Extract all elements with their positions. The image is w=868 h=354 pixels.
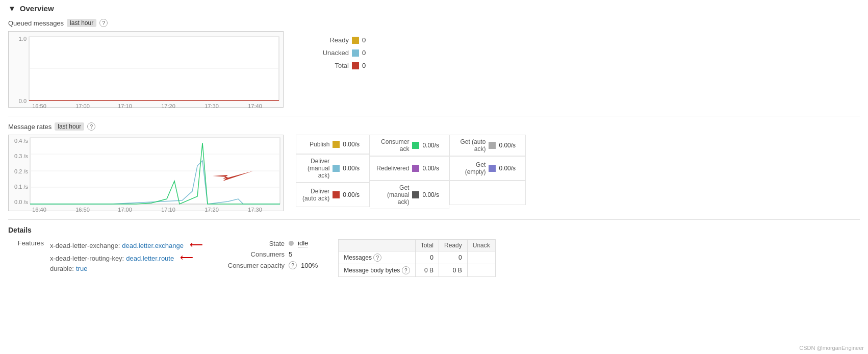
rate-get-auto-label: Get (autoack) <box>460 138 486 153</box>
messages-help[interactable]: ? <box>373 254 381 262</box>
rate-redelivered: Redelivered 0.00/s <box>370 156 449 181</box>
rates-chart-svg: 0.4 /s 0.3 /s 0.2 /s 0.1 /s 0.0 /s <box>9 135 284 212</box>
legend-ready-label: Ready <box>313 36 349 44</box>
legend-unacked-color <box>352 49 359 57</box>
queued-legend: Ready 0 Unacked 0 Total 0 <box>296 36 377 69</box>
ry-0: 0.4 /s <box>14 138 28 144</box>
ry-3: 0.1 /s <box>14 184 28 190</box>
rate-get-auto-value: 0.00/s <box>499 142 519 149</box>
msg-label: Messages ? <box>339 251 415 264</box>
rates-col-3: Get (autoack) 0.00/s Get(empty) 0.00/s <box>449 135 526 209</box>
rate-deliver-auto-label: Deliver(auto ack) <box>302 188 329 202</box>
rx-tick-2: 17:00 <box>118 207 132 212</box>
msg-total: 0 <box>415 251 439 264</box>
rate-consumer-ack-color <box>412 142 419 149</box>
rate-get-manual: Get(manualack) 0.00/s <box>370 181 449 209</box>
rate-consumer-ack-value: 0.00/s <box>422 142 443 149</box>
rates-label-row: Message rates last hour ? <box>8 122 860 131</box>
rate-get-empty-value: 0.00/s <box>499 165 519 172</box>
dlx-key: x-dead-letter-exchange: <box>50 242 120 249</box>
rate-get-manual-color <box>412 191 419 198</box>
rate-get-auto: Get (autoack) 0.00/s <box>449 135 526 156</box>
rates-time-range[interactable]: last hour <box>55 122 84 131</box>
rate-publish-value: 0.00/s <box>343 141 363 148</box>
rate-consumer-ack-label: Consumerack <box>381 138 409 153</box>
table-row-body-bytes: Message body bytes ? 0 B 0 B <box>339 264 495 277</box>
consumers-value: 5 <box>289 250 292 258</box>
details-section: Details Features x-dead-letter-exchange:… <box>8 226 860 277</box>
x-tick-1: 17:00 <box>75 103 90 108</box>
legend-unacked-label: Unacked <box>313 49 349 57</box>
rate-publish-color <box>333 141 340 148</box>
consumers-label: Consumers <box>223 250 285 258</box>
table-row-messages: Messages ? 0 0 <box>339 251 495 264</box>
queued-messages-label: Queued messages last hour ? <box>8 19 860 27</box>
durable-val: true <box>76 265 87 272</box>
arrow-dlrk: ⟵ <box>180 252 193 263</box>
rate-get-empty: Get(empty) 0.00/s <box>449 156 526 181</box>
legend-ready-color <box>352 37 359 44</box>
collapse-arrow-icon: ▼ <box>8 4 16 13</box>
rx-tick-4: 17:20 <box>205 207 219 212</box>
body-unack <box>467 264 495 277</box>
ry-2: 0.2 /s <box>14 168 28 174</box>
x-tick-3: 17:20 <box>161 103 175 108</box>
queued-chart-svg: 1.0 0.0 16:50 17:00 17:10 17:20 17:30 17… <box>9 32 284 108</box>
queued-help-icon[interactable]: ? <box>99 19 108 27</box>
dlrk-key: x-dead-letter-routing-key: <box>50 255 124 262</box>
durable-key: durable: <box>50 265 74 272</box>
rx-tick-5: 17:30 <box>248 207 262 212</box>
legend-ready-value: 0 <box>362 36 377 44</box>
legend-total: Total 0 <box>296 62 377 69</box>
state-value: idle <box>298 239 308 247</box>
msg-ready: 0 <box>439 251 468 264</box>
rate-deliver-auto: Deliver(auto ack) 0.00/s <box>296 183 370 207</box>
body-ready: 0 B <box>439 264 468 277</box>
rates-legend: Publish 0.00/s Deliver(manualack) 0.00/s… <box>296 135 526 209</box>
rate-get-manual-value: 0.00/s <box>422 191 443 198</box>
rates-label-text: Message rates <box>8 123 52 131</box>
dlrk-val: dead.letter.route <box>126 255 174 262</box>
details-title: Details <box>8 226 860 234</box>
state-dot <box>289 241 294 246</box>
rate-get-empty-color <box>489 165 496 172</box>
rate-consumer-ack: Consumerack 0.00/s <box>370 135 449 156</box>
dlx-val: dead.letter.exchange <box>122 242 184 249</box>
rx-tick-0: 16:40 <box>32 207 46 212</box>
feature-row-1: x-dead-letter-exchange: dead.letter.exch… <box>50 239 203 250</box>
x-tick-0: 16:50 <box>32 103 46 108</box>
legend-total-value: 0 <box>362 62 377 69</box>
rate-deliver-auto-color <box>333 191 340 198</box>
queued-chart: 1.0 0.0 16:50 17:00 17:10 17:20 17:30 17… <box>8 31 284 108</box>
y-label-bottom: 0.0 <box>19 98 27 104</box>
col-ready: Ready <box>439 240 468 251</box>
rx-tick-1: 16:50 <box>75 207 90 212</box>
x-tick-2: 17:10 <box>118 103 132 108</box>
features-values: x-dead-letter-exchange: dead.letter.exch… <box>50 239 203 272</box>
divider-2 <box>8 219 860 220</box>
state-label: State <box>223 240 285 247</box>
x-tick-4: 17:30 <box>205 103 219 108</box>
queued-time-range[interactable]: last hour <box>67 19 96 27</box>
rates-help-icon[interactable]: ? <box>87 122 95 131</box>
consumer-capacity-label: Consumer capacity <box>223 262 285 269</box>
rate-deliver-auto-value: 0.00/s <box>343 191 363 198</box>
body-bytes-help[interactable]: ? <box>402 266 410 274</box>
features-block: Features x-dead-letter-exchange: dead.le… <box>8 239 203 272</box>
legend-ready: Ready 0 <box>296 36 377 44</box>
divider-1 <box>8 116 860 116</box>
col-empty <box>339 240 415 251</box>
rate-redelivered-label: Redelivered <box>376 165 409 172</box>
rx-tick-3: 17:10 <box>161 207 175 212</box>
arrow-dlx: ⟵ <box>190 239 203 250</box>
rate-publish-label: Publish <box>310 141 329 148</box>
overview-header[interactable]: ▼ Overview <box>8 4 860 13</box>
queued-chart-row: 1.0 0.0 16:50 17:00 17:10 17:20 17:30 17… <box>8 31 860 108</box>
rate-get-manual-label: Get(manualack) <box>387 184 409 206</box>
consumer-capacity-help[interactable]: ? <box>289 261 297 269</box>
rate-redelivered-color <box>412 165 419 172</box>
y-label-top: 1.0 <box>19 36 27 42</box>
consumer-capacity-row: Consumer capacity ? 100% <box>223 261 318 269</box>
rate-empty-3 <box>449 181 526 205</box>
legend-unacked: Unacked 0 <box>296 49 377 57</box>
